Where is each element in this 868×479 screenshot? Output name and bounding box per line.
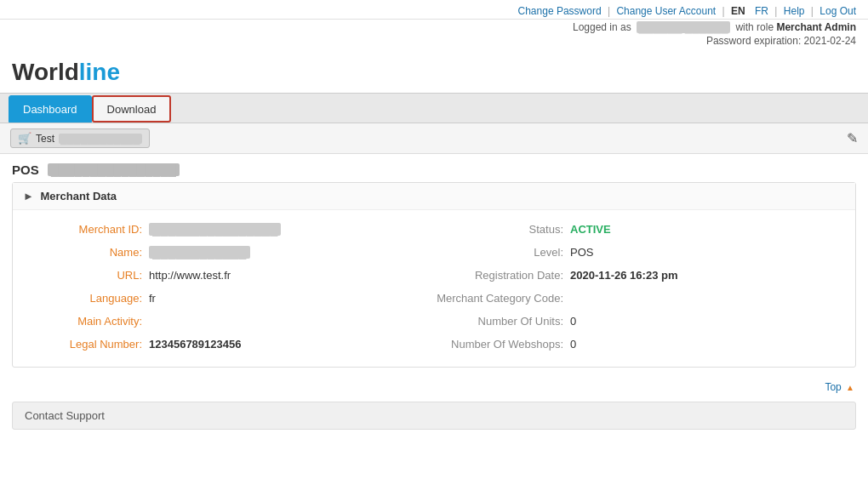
- cart-icon: 🛒: [18, 132, 31, 145]
- role-prefix: with role: [735, 21, 774, 33]
- left-col: Merchant ID: ████████████████ Name: ████…: [30, 219, 434, 355]
- change-password-link[interactable]: Change Password: [518, 5, 602, 17]
- reg-date-value: 2020-11-26 16:23 pm: [570, 269, 677, 282]
- num-webshops-label: Number Of Webshops:: [434, 338, 570, 351]
- legal-number-row: Legal Number: 123456789123456: [30, 334, 434, 355]
- footer-bar: Contact Support: [12, 402, 856, 430]
- sep1: |: [608, 5, 610, 17]
- logged-as-label: Logged in as: [573, 21, 631, 33]
- top-arrow-icon: ▲: [846, 383, 854, 392]
- name-row: Name: ████████████: [30, 242, 434, 263]
- url-row: URL: http://www.test.fr: [30, 265, 434, 286]
- num-webshops-value: 0: [570, 338, 576, 351]
- log-out-link[interactable]: Log Out: [819, 5, 856, 17]
- collapse-arrow[interactable]: ►: [23, 190, 34, 202]
- language-value: fr: [149, 292, 156, 305]
- password-exp-value: 2021-02-24: [804, 35, 856, 47]
- merchant-id-row: Merchant ID: ████████████████: [30, 219, 434, 240]
- num-units-row: Number Of Units: 0: [434, 311, 838, 332]
- main-activity-label: Main Activity:: [30, 315, 149, 328]
- logo-world: World: [12, 59, 79, 85]
- data-grid: Merchant ID: ████████████████ Name: ████…: [13, 210, 855, 367]
- status-row: Status: ACTIVE: [434, 219, 838, 240]
- change-user-account-link[interactable]: Change User Account: [616, 5, 716, 17]
- edit-icon[interactable]: ✎: [847, 130, 858, 146]
- merchant-bar: 🛒 Test ████████████ ✎: [0, 123, 868, 154]
- merchant-id-value: ████████████████: [149, 223, 281, 236]
- name-label: Name:: [30, 246, 149, 259]
- language-row: Language: fr: [30, 288, 434, 309]
- merchant-name: Test: [36, 133, 54, 145]
- right-col: Status: ACTIVE Level: POS Registration D…: [434, 219, 838, 355]
- tab-bar: Dashboard Download: [0, 93, 868, 123]
- level-value: POS: [570, 246, 593, 259]
- help-link[interactable]: Help: [784, 5, 805, 17]
- merchant-data-section: ► Merchant Data Merchant ID: ███████████…: [12, 182, 856, 368]
- pos-id-blurred: ████████████████: [48, 163, 180, 176]
- sep2: |: [722, 5, 725, 17]
- top-link[interactable]: Top: [825, 381, 841, 393]
- url-value: http://www.test.fr: [149, 269, 231, 282]
- num-webshops-row: Number Of Webshops: 0: [434, 334, 838, 355]
- lang-fr-link[interactable]: FR: [755, 5, 768, 17]
- logged-user-blurred: ██████ ██████: [637, 21, 729, 33]
- num-units-label: Number Of Units:: [434, 315, 570, 328]
- section-title: Merchant Data: [41, 190, 117, 202]
- merchant-cat-label: Merchant Category Code:: [434, 292, 570, 305]
- section-header: ► Merchant Data: [13, 183, 855, 210]
- logged-info: Logged in as ██████ ██████ with role Mer…: [0, 20, 868, 34]
- num-units-value: 0: [570, 315, 576, 328]
- level-label: Level:: [434, 246, 570, 259]
- role-value: Merchant Admin: [776, 21, 856, 33]
- status-label: Status:: [434, 223, 570, 236]
- url-label: URL:: [30, 269, 149, 282]
- logo: Worldline: [12, 59, 120, 85]
- reg-date-label: Registration Date:: [434, 269, 570, 282]
- tab-download[interactable]: Download: [92, 95, 172, 123]
- pos-title-bar: POS ████████████████: [0, 154, 868, 182]
- password-expiration: Password expiration: 2021-02-24: [0, 34, 868, 50]
- logo-area: Worldline: [0, 50, 868, 93]
- pos-title-label: POS: [12, 163, 39, 177]
- legal-number-value: 123456789123456: [149, 338, 241, 351]
- merchant-badge[interactable]: 🛒 Test ████████████: [10, 128, 150, 148]
- logo-line: line: [79, 59, 120, 85]
- main-activity-row: Main Activity:: [30, 311, 434, 332]
- contact-support-label: Contact Support: [25, 409, 105, 422]
- top-link-bar: Top ▲: [0, 376, 868, 398]
- sep4: |: [774, 5, 777, 17]
- name-value: ████████████: [149, 246, 250, 259]
- merchant-cat-row: Merchant Category Code:: [434, 288, 838, 309]
- status-value: ACTIVE: [570, 223, 611, 236]
- language-label: Language:: [30, 292, 149, 305]
- merchant-id-label: Merchant ID:: [30, 223, 149, 236]
- legal-number-label: Legal Number:: [30, 338, 149, 351]
- reg-date-row: Registration Date: 2020-11-26 16:23 pm: [434, 265, 838, 286]
- top-nav: Change Password | Change User Account | …: [0, 0, 868, 20]
- tab-dashboard[interactable]: Dashboard: [9, 95, 92, 123]
- lang-en[interactable]: EN: [731, 5, 745, 17]
- merchant-id-blurred: ████████████: [59, 134, 142, 144]
- level-row: Level: POS: [434, 242, 838, 263]
- password-exp-label: Password expiration:: [706, 35, 801, 47]
- sep5: |: [811, 5, 814, 17]
